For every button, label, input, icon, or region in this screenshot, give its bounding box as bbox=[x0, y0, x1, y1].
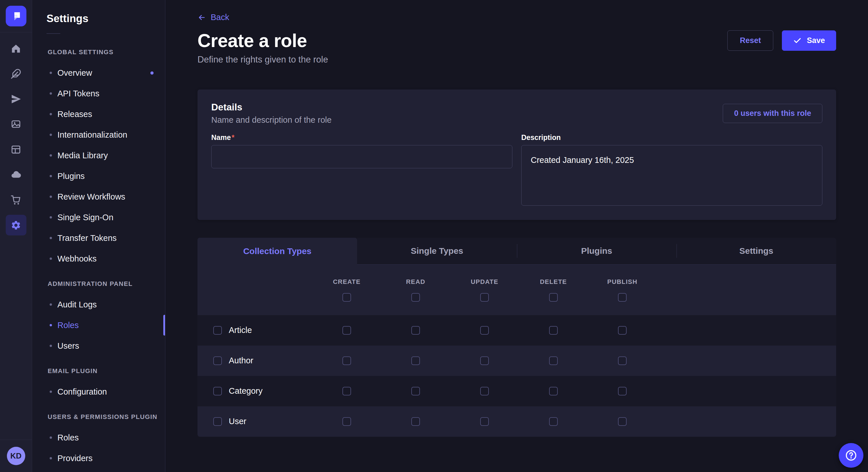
category-delete-checkbox[interactable] bbox=[549, 387, 558, 396]
description-textarea[interactable]: Created January 16th, 2025 bbox=[521, 145, 823, 206]
users-with-role-button[interactable]: 0 users with this role bbox=[723, 104, 823, 123]
bullet-dot-icon bbox=[50, 457, 52, 460]
name-input[interactable] bbox=[211, 145, 513, 168]
rail-item-content-manager[interactable] bbox=[0, 61, 32, 86]
category-update-checkbox[interactable] bbox=[480, 387, 489, 396]
column-header-publish: PUBLISH bbox=[588, 265, 657, 315]
name-field: Name* bbox=[211, 133, 513, 207]
cell-category-delete bbox=[519, 387, 588, 396]
article-publish-checkbox[interactable] bbox=[618, 326, 627, 335]
category-select-checkbox[interactable] bbox=[213, 387, 222, 396]
select-all-update-checkbox[interactable] bbox=[480, 293, 489, 302]
sidebar-item-single-sign-on[interactable]: Single Sign-On bbox=[32, 207, 165, 228]
settings-box bbox=[6, 215, 26, 235]
user-update-checkbox[interactable] bbox=[480, 417, 489, 426]
permissions-tabs: Collection TypesSingle TypesPluginsSetti… bbox=[197, 238, 836, 265]
sidebar-item-label: Webhooks bbox=[57, 254, 97, 264]
help-button[interactable] bbox=[839, 443, 863, 468]
category-create-checkbox[interactable] bbox=[342, 387, 351, 396]
rail-item-content-type-builder[interactable] bbox=[0, 137, 32, 162]
strapi-logo-icon bbox=[10, 10, 22, 22]
tab-single-types[interactable]: Single Types bbox=[357, 238, 517, 265]
author-read-checkbox[interactable] bbox=[411, 357, 420, 365]
rail-item-marketplace[interactable] bbox=[0, 187, 32, 212]
author-update-checkbox[interactable] bbox=[480, 357, 489, 365]
sidebar-item-roles[interactable]: Roles bbox=[32, 427, 165, 448]
tab-plugins[interactable]: Plugins bbox=[517, 238, 677, 265]
select-all-publish-checkbox[interactable] bbox=[618, 293, 627, 302]
sidebar-item-media-library[interactable]: Media Library bbox=[32, 145, 165, 166]
section-label-users-permissions-plugin: USERS & PERMISSIONS PLUGIN bbox=[32, 407, 165, 427]
sidebar-item-label: Overview bbox=[57, 68, 92, 78]
sidebar-item-transfer-tokens[interactable]: Transfer Tokens bbox=[32, 228, 165, 248]
user-section: KD bbox=[0, 440, 32, 472]
sidebar-item-review-workflows[interactable]: Review Workflows bbox=[32, 187, 165, 207]
content-manager-box bbox=[6, 63, 26, 84]
subnav-sections: GLOBAL SETTINGSOverviewAPI TokensRelease… bbox=[32, 34, 165, 469]
row-label: Author bbox=[229, 356, 253, 365]
strapi-logo[interactable] bbox=[6, 6, 26, 26]
sidebar-item-providers[interactable]: Providers bbox=[32, 448, 165, 469]
paper-plane-icon bbox=[11, 94, 21, 104]
select-all-delete-checkbox[interactable] bbox=[549, 293, 558, 302]
home-icon bbox=[11, 43, 21, 54]
column-label: CREATE bbox=[333, 278, 361, 285]
author-delete-checkbox[interactable] bbox=[549, 357, 558, 365]
author-select-checkbox[interactable] bbox=[213, 357, 222, 365]
title-row: Create a role Reset Save bbox=[197, 30, 836, 51]
cell-user-update bbox=[450, 417, 519, 426]
author-create-checkbox[interactable] bbox=[342, 357, 351, 365]
subnav-header: Settings bbox=[32, 0, 165, 34]
row-label-cell: Article bbox=[197, 326, 312, 335]
sidebar-item-label: Plugins bbox=[57, 171, 85, 181]
sidebar-item-audit-logs[interactable]: Audit Logs bbox=[32, 294, 165, 315]
header-actions: Reset Save bbox=[727, 30, 836, 51]
save-button[interactable]: Save bbox=[782, 30, 836, 51]
bullet-dot-icon bbox=[50, 154, 52, 157]
sidebar-item-api-tokens[interactable]: API Tokens bbox=[32, 83, 165, 104]
workspace-logo-section bbox=[0, 0, 32, 32]
back-link[interactable]: Back bbox=[197, 12, 229, 22]
name-label-text: Name bbox=[211, 133, 231, 141]
category-publish-checkbox[interactable] bbox=[618, 387, 627, 396]
article-create-checkbox[interactable] bbox=[342, 326, 351, 335]
sidebar-item-releases[interactable]: Releases bbox=[32, 104, 165, 125]
cell-category-read bbox=[381, 387, 450, 396]
cell-category-update bbox=[450, 387, 519, 396]
rail-item-home[interactable] bbox=[0, 36, 32, 61]
user-create-checkbox[interactable] bbox=[342, 417, 351, 426]
reset-button[interactable]: Reset bbox=[727, 30, 773, 51]
article-update-checkbox[interactable] bbox=[480, 326, 489, 335]
user-publish-checkbox[interactable] bbox=[618, 417, 627, 426]
sidebar-item-users[interactable]: Users bbox=[32, 336, 165, 356]
sidebar-item-roles[interactable]: Roles bbox=[32, 315, 165, 336]
sidebar-item-overview[interactable]: Overview bbox=[32, 63, 165, 83]
rail-item-settings[interactable] bbox=[0, 212, 32, 238]
author-publish-checkbox[interactable] bbox=[618, 357, 627, 365]
select-all-create-checkbox[interactable] bbox=[342, 293, 351, 302]
bullet-dot-icon bbox=[50, 324, 52, 326]
user-delete-checkbox[interactable] bbox=[549, 417, 558, 426]
bullet-dot-icon bbox=[50, 216, 52, 218]
user-select-checkbox[interactable] bbox=[213, 417, 222, 426]
description-field: Description Created January 16th, 2025 bbox=[521, 133, 823, 207]
rail-item-media-library[interactable] bbox=[0, 111, 32, 137]
user-avatar[interactable]: KD bbox=[7, 447, 25, 465]
tab-collection-types[interactable]: Collection Types bbox=[197, 238, 357, 265]
tab-settings[interactable]: Settings bbox=[677, 238, 836, 265]
subnav-title: Settings bbox=[46, 12, 165, 25]
sidebar-item-internationalization[interactable]: Internationalization bbox=[32, 125, 165, 145]
sidebar-item-plugins[interactable]: Plugins bbox=[32, 166, 165, 187]
article-read-checkbox[interactable] bbox=[411, 326, 420, 335]
sidebar-item-configuration[interactable]: Configuration bbox=[32, 381, 165, 402]
sidebar-item-webhooks[interactable]: Webhooks bbox=[32, 248, 165, 269]
article-delete-checkbox[interactable] bbox=[549, 326, 558, 335]
select-all-read-checkbox[interactable] bbox=[411, 293, 420, 302]
category-read-checkbox[interactable] bbox=[411, 387, 420, 396]
rail-item-deploy[interactable] bbox=[0, 162, 32, 187]
sidebar-item-label: Releases bbox=[57, 109, 92, 119]
user-read-checkbox[interactable] bbox=[411, 417, 420, 426]
bullet-dot-icon bbox=[50, 436, 52, 439]
rail-item-releases[interactable] bbox=[0, 86, 32, 111]
article-select-checkbox[interactable] bbox=[213, 326, 222, 335]
